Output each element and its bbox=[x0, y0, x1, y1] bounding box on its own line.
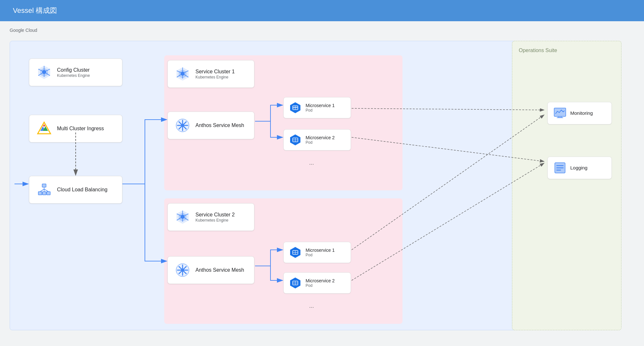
cloud-lb-text: Cloud Load Balancing bbox=[57, 187, 108, 193]
config-cluster-title: Config Cluster bbox=[57, 67, 90, 73]
micro1-c1-title: Microservice 1 bbox=[306, 103, 335, 108]
monitoring-icon bbox=[554, 107, 566, 120]
service-cluster-2-subtitle: Kubernetes Engine bbox=[195, 218, 235, 223]
micro1-c1-subtitle: Pod bbox=[306, 108, 335, 113]
anthos-mesh-2-icon bbox=[174, 262, 191, 278]
micro2-c1-text: Microservice 2 Pod bbox=[306, 135, 335, 145]
config-cluster-box: Config Cluster Kubernetes Engine bbox=[29, 59, 122, 86]
anthos-mesh-2-box: Anthos Service Mesh bbox=[167, 256, 254, 284]
svg-rect-12 bbox=[38, 192, 42, 195]
logging-title: Logging bbox=[570, 165, 587, 171]
multi-cluster-text: Multi Cluster Ingress bbox=[57, 125, 104, 132]
service-cluster-2-text: Service Cluster 2 Kubernetes Engine bbox=[195, 212, 235, 222]
ellipsis-cluster-2: ··· bbox=[309, 301, 314, 313]
diagram-container: Operations Suite Config Cluster bbox=[10, 38, 621, 340]
micro1-c1-icon: pod bbox=[289, 101, 302, 114]
service-cluster-1-icon bbox=[174, 66, 191, 82]
service-cluster-2-title: Service Cluster 2 bbox=[195, 212, 235, 218]
svg-point-30 bbox=[181, 124, 184, 127]
service-cluster-1-box: Service Cluster 1 Kubernetes Engine bbox=[167, 60, 254, 88]
microservice-2-cluster-1-box: Microservice 2 Pod bbox=[283, 129, 351, 150]
micro1-c2-icon bbox=[289, 246, 302, 259]
microservice-1-cluster-1-box: pod Microservice 1 Pod bbox=[283, 97, 351, 118]
monitoring-box: Monitoring bbox=[547, 102, 612, 124]
svg-point-51 bbox=[181, 269, 184, 272]
microservice-1-cluster-2-box: Microservice 1 Pod bbox=[283, 242, 351, 263]
anthos-mesh-1-icon bbox=[174, 117, 191, 134]
operations-suite-zone: Operations Suite bbox=[512, 41, 621, 330]
micro1-c2-title: Microservice 1 bbox=[306, 248, 335, 253]
micro2-c1-subtitle: Pod bbox=[306, 140, 335, 145]
config-cluster-text: Config Cluster Kubernetes Engine bbox=[57, 67, 90, 77]
monitoring-title: Monitoring bbox=[570, 110, 593, 116]
svg-marker-6 bbox=[38, 122, 51, 134]
config-cluster-subtitle: Kubernetes Engine bbox=[57, 73, 90, 78]
cloud-lb-box: Cloud Load Balancing bbox=[29, 176, 122, 204]
anthos-mesh-2-text: Anthos Service Mesh bbox=[195, 267, 244, 273]
micro2-c1-icon bbox=[289, 133, 302, 146]
multi-cluster-title: Multi Cluster Ingress bbox=[57, 125, 104, 132]
micro1-c2-text: Microservice 1 Pod bbox=[306, 248, 335, 258]
logging-icon bbox=[554, 161, 566, 174]
svg-rect-60 bbox=[554, 108, 566, 116]
cloud-lb-title: Cloud Load Balancing bbox=[57, 187, 108, 193]
micro2-c2-title: Microservice 2 bbox=[306, 278, 335, 284]
multi-cluster-icon bbox=[36, 120, 52, 137]
anthos-mesh-1-box: Anthos Service Mesh bbox=[167, 112, 254, 139]
main-content: Google Cloud Operations Suite bbox=[0, 21, 644, 346]
service-cluster-1-title: Service Cluster 1 bbox=[195, 68, 235, 75]
cloud-lb-icon bbox=[36, 181, 52, 198]
page-header: Vessel 構成図 bbox=[0, 0, 644, 21]
micro2-c1-title: Microservice 2 bbox=[306, 135, 335, 141]
svg-line-16 bbox=[40, 189, 44, 192]
svg-rect-11 bbox=[42, 184, 46, 187]
operations-suite-label: Operations Suite bbox=[519, 48, 557, 53]
ellipsis-cluster-1: ··· bbox=[309, 158, 314, 170]
service-cluster-1-subtitle: Kubernetes Engine bbox=[195, 75, 235, 79]
config-cluster-icon bbox=[36, 64, 52, 81]
micro2-c2-icon bbox=[289, 277, 302, 289]
svg-rect-14 bbox=[47, 192, 50, 195]
micro1-c2-subtitle: Pod bbox=[306, 253, 335, 257]
micro1-c1-text: Microservice 1 Pod bbox=[306, 103, 335, 113]
svg-line-17 bbox=[44, 189, 44, 192]
microservice-2-cluster-2-box: Microservice 2 Pod bbox=[283, 272, 351, 294]
micro2-c2-text: Microservice 2 Pod bbox=[306, 278, 335, 288]
monitoring-text: Monitoring bbox=[570, 110, 593, 116]
service-cluster-2-icon bbox=[174, 209, 191, 225]
micro2-c2-subtitle: Pod bbox=[306, 283, 335, 288]
svg-rect-13 bbox=[43, 192, 46, 195]
logging-box: Logging bbox=[547, 157, 612, 179]
google-cloud-label: Google Cloud bbox=[10, 28, 634, 33]
svg-line-18 bbox=[44, 189, 49, 192]
anthos-mesh-1-text: Anthos Service Mesh bbox=[195, 122, 244, 128]
multi-cluster-ingress-box: Multi Cluster Ingress bbox=[29, 115, 122, 142]
service-cluster-1-text: Service Cluster 1 Kubernetes Engine bbox=[195, 68, 235, 79]
anthos-mesh-1-title: Anthos Service Mesh bbox=[195, 122, 244, 128]
anthos-mesh-2-title: Anthos Service Mesh bbox=[195, 267, 244, 273]
service-cluster-2-box: Service Cluster 2 Kubernetes Engine bbox=[167, 203, 254, 231]
page-title: Vessel 構成図 bbox=[13, 6, 57, 14]
logging-text: Logging bbox=[570, 165, 587, 171]
